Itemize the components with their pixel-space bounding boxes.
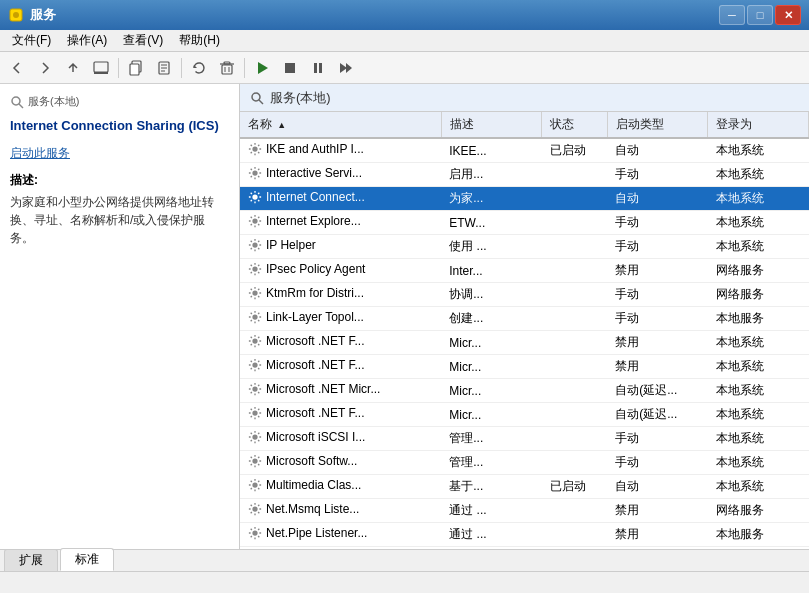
svg-line-24 <box>259 100 263 104</box>
service-icon <box>248 238 262 252</box>
table-row[interactable]: Multimedia Clas... 基于...已启动自动本地系统 <box>240 475 809 499</box>
col-header-desc[interactable]: 描述 <box>441 112 542 138</box>
minimize-button[interactable]: ─ <box>719 5 745 25</box>
table-row[interactable]: IPsec Policy Agent Inter...禁用网络服务 <box>240 259 809 283</box>
svg-point-38 <box>252 458 257 463</box>
tab-extended[interactable]: 扩展 <box>4 549 58 571</box>
back-button[interactable] <box>4 55 30 81</box>
btn-delete[interactable] <box>214 55 240 81</box>
table-row[interactable]: Interactive Servi... 启用...手动本地系统 <box>240 163 809 187</box>
col-header-name[interactable]: 名称 ▲ <box>240 112 441 138</box>
table-row[interactable]: Net.Tcp Listener... 通过 ...禁用本地服务 <box>240 547 809 550</box>
svg-point-23 <box>252 93 260 101</box>
btn-copy1[interactable] <box>123 55 149 81</box>
play-button[interactable] <box>249 55 275 81</box>
menu-bar: 文件(F) 操作(A) 查看(V) 帮助(H) <box>0 30 809 52</box>
svg-rect-5 <box>130 64 139 75</box>
toolbar-sep-1 <box>118 58 119 78</box>
col-header-status[interactable]: 状态 <box>542 112 607 138</box>
svg-point-26 <box>252 170 257 175</box>
forward-button[interactable] <box>32 55 58 81</box>
right-panel: 服务(本地) 名称 ▲ 描述 状态 启动类型 登录为 <box>240 84 809 549</box>
up-button[interactable] <box>60 55 86 81</box>
service-icon <box>248 478 262 492</box>
table-row[interactable]: KtmRm for Distri... 协调...手动网络服务 <box>240 283 809 307</box>
menu-action[interactable]: 操作(A) <box>59 30 115 51</box>
col-header-startup[interactable]: 启动类型 <box>607 112 708 138</box>
service-icon <box>248 334 262 348</box>
svg-point-41 <box>252 530 257 535</box>
app-icon <box>8 7 24 23</box>
table-row[interactable]: Microsoft Softw... 管理...手动本地系统 <box>240 451 809 475</box>
pause-button[interactable] <box>305 55 331 81</box>
svg-point-36 <box>252 410 257 415</box>
table-row[interactable]: Internet Connect... 为家...自动本地系统 <box>240 187 809 211</box>
service-icon <box>248 262 262 276</box>
table-row[interactable]: Microsoft iSCSI I... 管理...手动本地系统 <box>240 427 809 451</box>
services-table: 名称 ▲ 描述 状态 启动类型 登录为 IKE and AuthIP I... … <box>240 112 809 549</box>
menu-view[interactable]: 查看(V) <box>115 30 171 51</box>
svg-point-40 <box>252 506 257 511</box>
table-row[interactable]: Microsoft .NET F... Micr...禁用本地系统 <box>240 331 809 355</box>
maximize-button[interactable]: □ <box>747 5 773 25</box>
svg-rect-14 <box>224 62 230 64</box>
table-row[interactable]: Microsoft .NET F... Micr...禁用本地系统 <box>240 355 809 379</box>
table-row[interactable]: Internet Explore... ETW...手动本地系统 <box>240 211 809 235</box>
skip-button[interactable] <box>333 55 359 81</box>
svg-rect-16 <box>285 63 295 73</box>
window-title: 服务 <box>30 6 719 24</box>
btn-refresh[interactable] <box>186 55 212 81</box>
table-row[interactable]: IP Helper 使用 ...手动本地系统 <box>240 235 809 259</box>
service-icon <box>248 286 262 300</box>
table-row[interactable]: Link-Layer Topol... 创建...手动本地服务 <box>240 307 809 331</box>
svg-point-1 <box>13 12 19 18</box>
btn-copy2[interactable] <box>151 55 177 81</box>
menu-help[interactable]: 帮助(H) <box>171 30 228 51</box>
left-panel-subtitle: 服务(本地) <box>28 94 79 109</box>
service-icon <box>248 358 262 372</box>
service-icon <box>248 382 262 396</box>
service-icon <box>248 142 262 156</box>
tab-standard[interactable]: 标准 <box>60 548 114 571</box>
toolbar <box>0 52 809 84</box>
service-icon <box>248 526 262 540</box>
right-panel-search-icon <box>250 91 264 105</box>
svg-point-35 <box>252 386 257 391</box>
svg-rect-3 <box>94 72 108 74</box>
table-row[interactable]: Microsoft .NET F... Micr...自动(延迟...本地系统 <box>240 403 809 427</box>
menu-file[interactable]: 文件(F) <box>4 30 59 51</box>
status-bar <box>0 571 809 593</box>
svg-line-22 <box>19 104 23 108</box>
table-row[interactable]: Net.Msmq Liste... 通过 ...禁用网络服务 <box>240 499 809 523</box>
left-panel: 服务(本地) Internet Connection Sharing (ICS)… <box>0 84 240 549</box>
title-bar: 服务 ─ □ ✕ <box>0 0 809 30</box>
svg-point-32 <box>252 314 257 319</box>
sort-arrow-name: ▲ <box>277 120 286 130</box>
table-header-row: 名称 ▲ 描述 状态 启动类型 登录为 <box>240 112 809 138</box>
show-hide-button[interactable] <box>88 55 114 81</box>
svg-marker-19 <box>340 63 347 73</box>
table-row[interactable]: Net.Pipe Listener... 通过 ...禁用本地服务 <box>240 523 809 547</box>
table-row[interactable]: Microsoft .NET Micr... Micr...自动(延迟...本地… <box>240 379 809 403</box>
table-row[interactable]: IKE and AuthIP I... IKEE...已启动自动本地系统 <box>240 138 809 163</box>
svg-point-34 <box>252 362 257 367</box>
toolbar-sep-3 <box>244 58 245 78</box>
svg-marker-15 <box>258 62 268 74</box>
svg-point-25 <box>252 146 257 151</box>
left-panel-service-name: Internet Connection Sharing (ICS) <box>10 117 229 135</box>
svg-point-30 <box>252 266 257 271</box>
stop-button[interactable] <box>277 55 303 81</box>
svg-point-21 <box>12 97 20 105</box>
service-icon <box>248 430 262 444</box>
col-header-login[interactable]: 登录为 <box>708 112 809 138</box>
start-service-link[interactable]: 启动此服务 <box>10 145 229 162</box>
svg-rect-17 <box>314 63 317 73</box>
close-button[interactable]: ✕ <box>775 5 801 25</box>
services-table-container: 名称 ▲ 描述 状态 启动类型 登录为 IKE and AuthIP I... … <box>240 112 809 549</box>
svg-point-27 <box>252 194 257 199</box>
svg-point-29 <box>252 242 257 247</box>
svg-point-39 <box>252 482 257 487</box>
svg-rect-18 <box>319 63 322 73</box>
svg-rect-10 <box>222 65 232 74</box>
right-panel-header: 服务(本地) <box>240 84 809 112</box>
